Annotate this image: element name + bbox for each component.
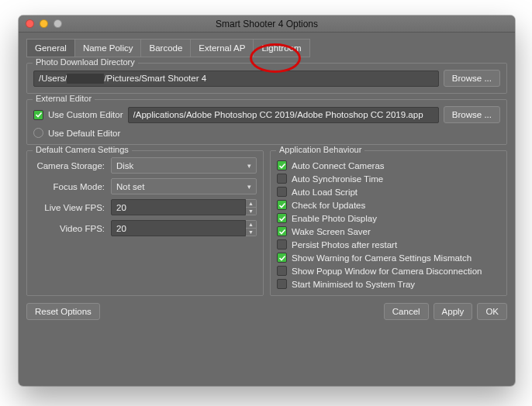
- use-default-editor-radio[interactable]: [33, 128, 43, 138]
- tab-bar: GeneralName PolicyBarcodeExternal APLigh…: [26, 39, 507, 57]
- video-fps-label: Video FPS:: [33, 224, 111, 233]
- tab-general[interactable]: General: [26, 39, 75, 57]
- checkbox[interactable]: [277, 200, 287, 210]
- live-view-fps-input[interactable]: [111, 199, 246, 215]
- titlebar: Smart Shooter 4 Options: [19, 15, 515, 33]
- tab-name-policy[interactable]: Name Policy: [74, 39, 142, 57]
- checkbox[interactable]: [277, 187, 287, 197]
- options-window: Smart Shooter 4 Options GeneralName Poli…: [19, 15, 515, 386]
- ok-button[interactable]: OK: [477, 303, 507, 320]
- checkbox-label: Enable Photo Display: [292, 214, 377, 223]
- focus-mode-label: Focus Mode:: [33, 182, 111, 191]
- checkbox-label: Auto Synchronise Time: [292, 174, 383, 184]
- focus-mode-select[interactable]: Not set▾: [111, 178, 257, 194]
- use-custom-editor-label: Use Custom Editor: [48, 110, 123, 119]
- checkbox-label: Auto Connect Cameras: [292, 161, 385, 170]
- checkbox-label: Auto Load Script: [292, 188, 358, 197]
- checkbox[interactable]: [277, 266, 287, 276]
- group-camera-settings: Default Camera Settings Camera Storage: …: [26, 150, 264, 296]
- group-legend: Application Behaviour: [276, 145, 364, 154]
- checkbox[interactable]: [277, 160, 287, 170]
- camera-storage-label: Camera Storage:: [33, 161, 111, 170]
- group-app-behaviour: Application Behaviour Auto Connect Camer…: [270, 150, 507, 296]
- checkbox-label: Show Warning for Camera Settings Mismatc…: [292, 253, 472, 263]
- tab-barcode[interactable]: Barcode: [140, 39, 191, 57]
- checkbox[interactable]: [277, 174, 287, 184]
- redacted-username: [67, 74, 104, 84]
- checkbox[interactable]: [277, 239, 287, 249]
- browse-download-button[interactable]: Browse ...: [444, 70, 500, 87]
- tab-external-ap[interactable]: External AP: [190, 39, 254, 57]
- reset-options-button[interactable]: Reset Options: [26, 303, 100, 320]
- stepper-up-icon[interactable]: ▲: [246, 200, 256, 207]
- use-default-editor-label: Use Default Editor: [48, 129, 120, 138]
- checkbox-label: Check for Updates: [292, 201, 365, 210]
- checkbox[interactable]: [277, 226, 287, 236]
- chevron-down-icon: ▾: [247, 183, 251, 191]
- download-path-input[interactable]: /Users//Pictures/Smart Shooter 4: [33, 71, 439, 87]
- video-fps-input[interactable]: [111, 220, 246, 236]
- live-view-fps-label: Live View FPS:: [33, 203, 111, 212]
- browse-editor-button[interactable]: Browse ...: [444, 106, 500, 123]
- group-external-editor: External Editor Use Custom Editor Browse…: [26, 99, 507, 145]
- apply-button[interactable]: Apply: [434, 303, 473, 320]
- checkbox[interactable]: [277, 279, 287, 289]
- tab-lightroom[interactable]: Lightroom: [253, 39, 309, 57]
- camera-storage-select[interactable]: Disk▾: [111, 157, 257, 174]
- chevron-down-icon: ▾: [247, 162, 251, 170]
- checkbox-label: Start Minimised to System Tray: [292, 280, 415, 289]
- group-legend: External Editor: [33, 94, 95, 103]
- checkbox[interactable]: [277, 253, 287, 263]
- group-legend: Photo Download Directory: [33, 57, 138, 67]
- stepper-up-icon[interactable]: ▲: [246, 221, 256, 228]
- checkbox-label: Show Popup Window for Camera Disconnecti…: [292, 267, 482, 276]
- checkbox[interactable]: [277, 213, 287, 223]
- group-legend: Default Camera Settings: [33, 145, 132, 154]
- stepper-down-icon[interactable]: ▼: [246, 207, 256, 215]
- cancel-button[interactable]: Cancel: [384, 303, 429, 320]
- stepper-down-icon[interactable]: ▼: [246, 228, 256, 236]
- use-custom-editor-radio[interactable]: [33, 110, 43, 120]
- group-download-dir: Photo Download Directory /Users//Picture…: [26, 63, 507, 94]
- checkbox-label: Persist Photos after restart: [292, 240, 397, 249]
- custom-editor-path-input[interactable]: [128, 107, 439, 123]
- window-title: Smart Shooter 4 Options: [19, 19, 515, 29]
- checkbox-label: Wake Screen Saver: [292, 227, 371, 236]
